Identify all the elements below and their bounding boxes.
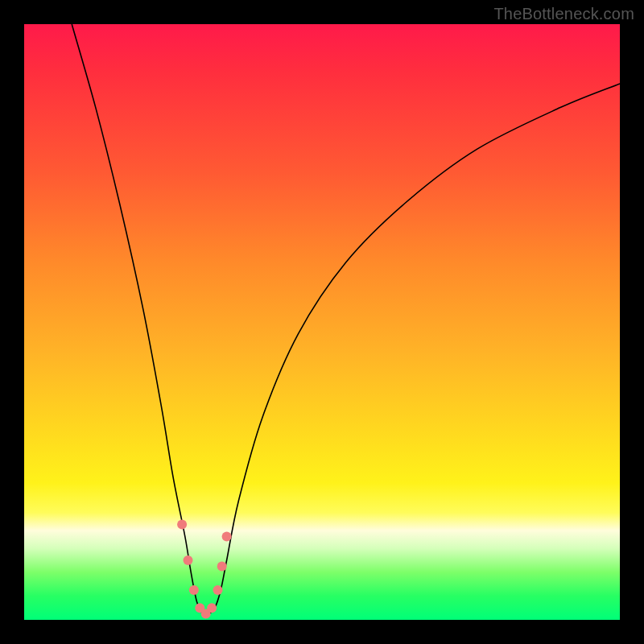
curve-svg [24,24,620,620]
chart-frame: TheBottleneck.com [0,0,644,644]
watermark-text: TheBottleneck.com [493,5,634,23]
minimum-dot [217,561,227,571]
minimum-dots-group [177,520,232,619]
minimum-dot [207,603,217,613]
minimum-dot [189,585,199,595]
plot-area [24,24,620,620]
minimum-dot [213,585,223,595]
minimum-dot [222,531,232,541]
minimum-dot [177,520,187,530]
bottleneck-curve [72,24,620,615]
minimum-dot [184,555,193,565]
